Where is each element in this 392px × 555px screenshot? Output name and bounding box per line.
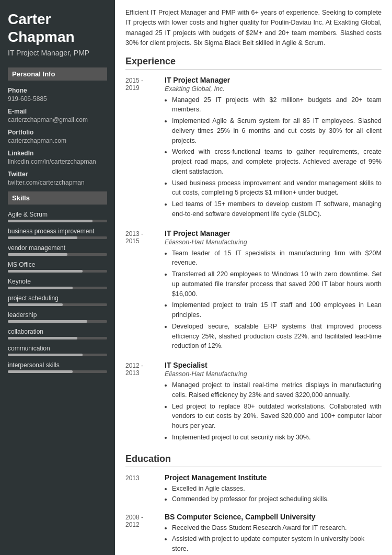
contact-value: 919-606-5885: [8, 95, 107, 103]
skill-bar-bg: [8, 370, 107, 373]
contact-value: carterzchapman.com: [8, 137, 107, 144]
exp-company: Eliasson-Hart Manufacturing: [165, 370, 382, 378]
candidate-name: Carter Chapman: [8, 10, 107, 46]
skill-bar-fill: [8, 287, 73, 289]
exp-content: IT Project Manager Exakting Global, Inc.…: [165, 76, 382, 221]
exp-bullet: Team leader of 15 IT specialists in manu…: [172, 248, 382, 268]
contact-label: Twitter: [8, 171, 107, 178]
skill-name: business process improvement: [8, 228, 107, 235]
edu-institution: Project Management Institute: [165, 473, 382, 482]
skill-item: business process improvement: [8, 228, 107, 239]
skill-bar-bg: [8, 236, 107, 239]
skill-item: interpersonal skills: [8, 361, 107, 373]
experience-entry: 2012 -2013 IT Specialist Eliasson-Hart M…: [125, 361, 382, 444]
skill-name: project scheduling: [8, 295, 107, 302]
exp-company: Eliasson-Hart Manufacturing: [165, 239, 382, 246]
contact-list: Phone 919-606-5885 E-mail carterzchapman…: [8, 87, 107, 186]
exp-bullet: Worked with cross-functional teams to ga…: [172, 147, 382, 176]
contact-value: twitter.com/carterzchapman: [8, 179, 107, 186]
skill-item: MS Office: [8, 261, 107, 273]
exp-job-title: IT Project Manager: [165, 76, 382, 84]
contact-label: Phone: [8, 87, 107, 94]
experience-entry: 2013 -2015 IT Project Manager Eliasson-H…: [125, 229, 382, 353]
skill-item: Agile & Scrum: [8, 211, 107, 222]
edu-bullet: Commended by professor for project sched…: [172, 494, 382, 504]
skill-bar-fill: [8, 370, 73, 373]
skill-bar-bg: [8, 270, 107, 273]
education-section-title: Education: [125, 454, 382, 467]
contact-label: Portfolio: [8, 129, 107, 136]
exp-bullet: Developed secure, scalable ERP systems t…: [172, 322, 382, 351]
experience-entry: 2015 -2019 IT Project Manager Exakting G…: [125, 76, 382, 221]
exp-content: IT Project Manager Eliasson-Hart Manufac…: [165, 229, 382, 353]
skill-bar-fill: [8, 253, 67, 256]
education-entry: 2008 -2012 BS Computer Science, Campbell…: [125, 513, 382, 554]
skill-bar-bg: [8, 303, 107, 306]
exp-dates: 2015 -2019: [125, 76, 165, 221]
exp-dates: 2012 -2013: [125, 361, 165, 444]
contact-item: E-mail carterzchapman@gmail.com: [8, 108, 107, 123]
exp-bullets: Managed project to install real-time met…: [165, 380, 382, 443]
candidate-title: IT Project Manager, PMP: [8, 49, 107, 57]
skill-bar-bg: [8, 337, 107, 339]
contact-label: E-mail: [8, 108, 107, 115]
exp-bullet: Led teams of 15+ members to develop cust…: [172, 199, 382, 219]
edu-bullet: Received the Dass Student Research Award…: [172, 523, 382, 533]
skill-name: Keynote: [8, 278, 107, 285]
skill-item: vendor management: [8, 244, 107, 256]
skill-item: Keynote: [8, 278, 107, 289]
exp-dates: 2013 -2015: [125, 229, 165, 353]
edu-dates: 2013: [125, 473, 165, 506]
edu-bullet: Assisted with project to update computer…: [172, 534, 382, 554]
skills-list: Agile & Scrum business process improveme…: [8, 211, 107, 373]
experience-section-title: Experience: [125, 56, 382, 70]
skill-name: vendor management: [8, 244, 107, 252]
skill-bar-fill: [8, 236, 77, 239]
personal-info-section-title: Personal Info: [8, 67, 107, 81]
exp-bullet: Implemented project to train 15 IT staff…: [172, 300, 382, 320]
skill-bar-bg: [8, 220, 107, 222]
skill-item: leadership: [8, 311, 107, 323]
skill-bar-fill: [8, 220, 93, 222]
experience-section: Experience 2015 -2019 IT Project Manager…: [125, 56, 382, 444]
skill-item: collaboration: [8, 328, 107, 339]
contact-label: LinkedIn: [8, 150, 107, 157]
skill-bar-bg: [8, 253, 107, 256]
skill-bar-bg: [8, 354, 107, 356]
education-entry: 2013 Project Management Institute Excell…: [125, 473, 382, 506]
exp-bullet: Managed 25 IT projects with $2 million+ …: [172, 95, 382, 115]
exp-job-title: IT Project Manager: [165, 229, 382, 237]
education-list: 2013 Project Management Institute Excell…: [125, 473, 382, 555]
main-content: Efficient IT Project Manager and PMP wit…: [115, 0, 392, 555]
summary-text: Efficient IT Project Manager and PMP wit…: [125, 8, 382, 49]
skill-bar-bg: [8, 320, 107, 323]
sidebar: Carter Chapman IT Project Manager, PMP P…: [0, 0, 115, 555]
skill-bar-bg: [8, 287, 107, 289]
edu-bullets: Received the Dass Student Research Award…: [165, 523, 382, 553]
skill-name: communication: [8, 345, 107, 352]
contact-item: Twitter twitter.com/carterzchapman: [8, 171, 107, 186]
skill-name: leadership: [8, 311, 107, 319]
contact-value: carterzchapman@gmail.com: [8, 116, 107, 123]
exp-bullets: Managed 25 IT projects with $2 million+ …: [165, 95, 382, 219]
skill-name: Agile & Scrum: [8, 211, 107, 218]
contact-item: Phone 919-606-5885: [8, 87, 107, 103]
skill-bar-fill: [8, 337, 77, 339]
exp-job-title: IT Specialist: [165, 361, 382, 369]
edu-content: Project Management Institute Excelled in…: [165, 473, 382, 506]
edu-bullet: Excelled in Agile classes.: [172, 484, 382, 494]
exp-bullet: Led project to replace 80+ outdated work…: [172, 402, 382, 431]
contact-value: linkedin.com/in/carterzchapman: [8, 158, 107, 165]
exp-bullet: Managed project to install real-time met…: [172, 380, 382, 400]
edu-dates: 2008 -2012: [125, 513, 165, 554]
skill-name: MS Office: [8, 261, 107, 268]
skills-section-title: Skills: [8, 191, 107, 205]
exp-bullet: Implemented Agile & Scrum system for all…: [172, 116, 382, 145]
exp-bullet: Transferred all 220 employees to Windows…: [172, 269, 382, 299]
edu-content: BS Computer Science, Campbell University…: [165, 513, 382, 554]
skill-bar-fill: [8, 303, 63, 306]
edu-institution: BS Computer Science, Campbell University: [165, 513, 382, 521]
skill-bar-fill: [8, 354, 83, 356]
skill-item: project scheduling: [8, 295, 107, 306]
skill-name: interpersonal skills: [8, 361, 107, 369]
